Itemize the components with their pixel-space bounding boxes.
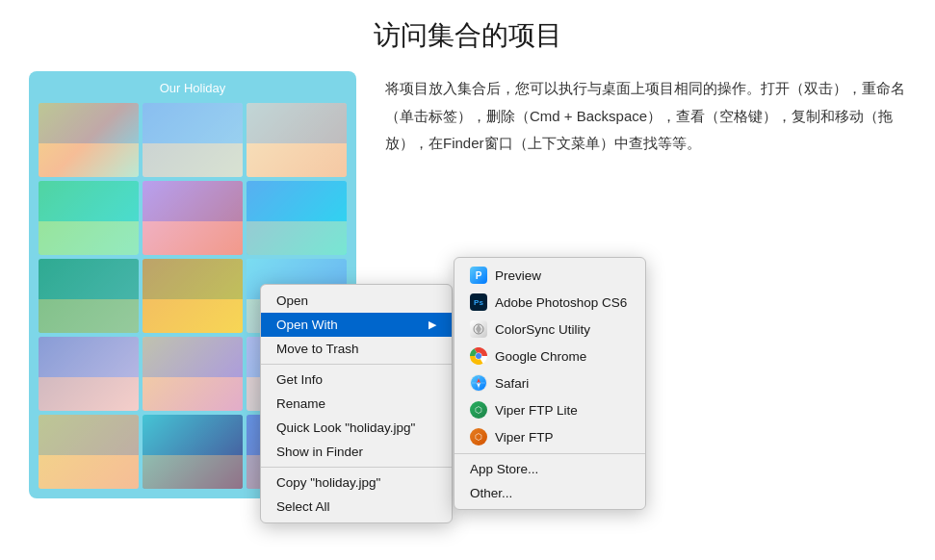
submenu: P Preview Ps Adobe Photoshop CS6 ColorSy… xyxy=(454,257,646,510)
photo-thumb-3[interactable] xyxy=(247,103,347,177)
photo-thumb-10[interactable] xyxy=(39,337,139,411)
submenu-item-chrome[interactable]: Google Chrome xyxy=(455,343,645,369)
menu-item-quick-look[interactable]: Quick Look "holiday.jpg" xyxy=(261,416,452,440)
menu-item-open-with[interactable]: Open With ▶ xyxy=(261,313,452,337)
menu-separator-2 xyxy=(261,467,452,468)
context-menu: Open Open With ▶ Move to Trash Get Info … xyxy=(260,284,453,523)
menu-separator-1 xyxy=(261,364,452,365)
page-title: 访问集合的项目 xyxy=(0,0,935,71)
svg-point-3 xyxy=(476,353,481,359)
photo-thumb-8[interactable] xyxy=(143,259,243,333)
safari-icon xyxy=(470,374,487,392)
photo-thumb-11[interactable] xyxy=(143,337,243,411)
menu-item-show-in-finder[interactable]: Show in Finder xyxy=(261,440,452,464)
photo-thumb-4[interactable] xyxy=(39,181,139,255)
photo-thumb-5[interactable] xyxy=(143,181,243,255)
submenu-separator-1 xyxy=(455,453,645,454)
submenu-item-viper-lite[interactable]: ⬡ Viper FTP Lite xyxy=(455,396,645,423)
menu-item-open[interactable]: Open xyxy=(261,289,452,313)
submenu-item-viper[interactable]: ⬡ Viper FTP xyxy=(455,423,645,450)
menu-item-move-to-trash[interactable]: Move to Trash xyxy=(261,337,452,361)
submenu-item-photoshop[interactable]: Ps Adobe Photoshop CS6 xyxy=(455,289,645,316)
photo-panel-title: Our Holiday xyxy=(39,81,347,95)
preview-icon: P xyxy=(470,267,487,284)
submenu-item-app-store[interactable]: App Store... xyxy=(455,457,645,481)
photo-thumb-13[interactable] xyxy=(39,415,139,489)
submenu-arrow-icon: ▶ xyxy=(429,318,436,331)
submenu-item-preview[interactable]: P Preview xyxy=(455,262,645,289)
menu-item-rename[interactable]: Rename xyxy=(261,392,452,416)
menu-item-copy[interactable]: Copy "holiday.jpg" xyxy=(261,471,452,495)
photo-thumb-7[interactable] xyxy=(39,259,139,333)
photo-thumb-2[interactable] xyxy=(143,103,243,177)
context-menu-container: Open Open With ▶ Move to Trash Get Info … xyxy=(260,284,646,523)
photoshop-icon: Ps xyxy=(470,293,487,311)
viper-lite-icon: ⬡ xyxy=(470,401,487,419)
submenu-item-safari[interactable]: Safari xyxy=(455,369,645,396)
menu-item-get-info[interactable]: Get Info xyxy=(261,368,452,392)
submenu-item-other[interactable]: Other... xyxy=(455,481,645,505)
colorsync-icon xyxy=(470,320,487,338)
submenu-item-colorsync[interactable]: ColorSync Utility xyxy=(455,316,645,343)
viper-icon: ⬡ xyxy=(470,428,487,445)
menu-item-select-all[interactable]: Select All xyxy=(261,495,452,519)
photo-thumb-1[interactable] xyxy=(39,103,139,177)
photo-thumb-14[interactable] xyxy=(143,415,243,489)
chrome-icon xyxy=(470,347,487,365)
photo-thumb-6[interactable] xyxy=(247,181,347,255)
